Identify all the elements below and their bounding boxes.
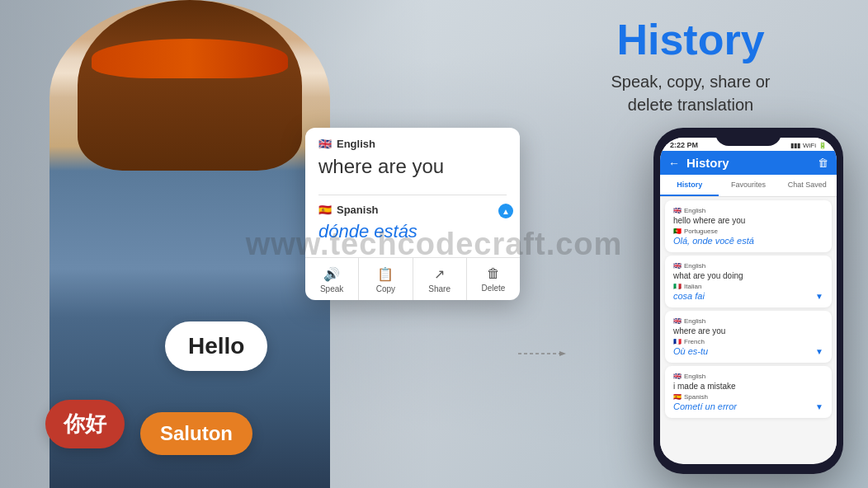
scroll-up-button[interactable]: ▲ bbox=[498, 204, 513, 218]
history-item: 🇬🇧 English what are you doing 🇮🇹 Italian… bbox=[665, 256, 832, 307]
item4-source-lang: 🇬🇧 English bbox=[673, 373, 823, 380]
share-button[interactable]: ↗ Share bbox=[413, 258, 467, 300]
item1-translated-text: Olá, onde você está bbox=[673, 236, 823, 246]
phone-time: 2:22 PM bbox=[670, 141, 698, 149]
source-text: where are you bbox=[318, 155, 507, 178]
share-icon: ↗ bbox=[434, 266, 445, 282]
uk-flag-icon: 🇬🇧 bbox=[673, 317, 682, 325]
item3-source-text: where are you bbox=[673, 326, 823, 336]
pt-flag-icon: 🇵🇹 bbox=[673, 228, 682, 235]
item3-translated-text: Où es-tu ▼ bbox=[673, 346, 823, 356]
connector-line bbox=[518, 346, 568, 361]
es-flag-icon: 🇪🇸 bbox=[673, 393, 682, 401]
fr-flag-icon: 🇫🇷 bbox=[673, 338, 682, 345]
tab-favourites[interactable]: Favourites bbox=[719, 175, 777, 196]
signal-icon: ▮▮▮ bbox=[790, 142, 800, 149]
dropdown-arrow-icon[interactable]: ▼ bbox=[815, 402, 823, 411]
it-flag-icon: 🇮🇹 bbox=[673, 283, 682, 290]
target-language: 🇪🇸 Spanish bbox=[318, 204, 507, 216]
panel-title: History bbox=[616, 16, 764, 63]
bubble-nihao: 你好 bbox=[45, 400, 125, 448]
history-item: 🇬🇧 English where are you 🇫🇷 French Où es… bbox=[665, 311, 832, 363]
dropdown-arrow-icon[interactable]: ▼ bbox=[815, 292, 823, 301]
card-source-section: 🇬🇧 English where are you bbox=[305, 128, 520, 195]
copy-icon: 📋 bbox=[377, 266, 394, 282]
source-language: 🇬🇧 English bbox=[318, 138, 507, 150]
svg-marker-1 bbox=[559, 351, 566, 356]
item4-translated-text: Cometí un error ▼ bbox=[673, 401, 823, 411]
uk-flag-icon: 🇬🇧 bbox=[318, 138, 332, 150]
battery-icon: 🔋 bbox=[818, 142, 827, 149]
history-item: 🇬🇧 English hello where are you 🇵🇹 Portug… bbox=[665, 200, 832, 252]
phone-notch bbox=[715, 128, 781, 146]
uk-flag-icon: 🇬🇧 bbox=[673, 373, 682, 380]
item1-source-lang: 🇬🇧 English bbox=[673, 207, 823, 214]
speaker-icon: 🔊 bbox=[323, 266, 340, 282]
uk-flag-icon: 🇬🇧 bbox=[673, 262, 682, 270]
translation-card: 🇬🇧 English where are you 🇪🇸 Spanish dónd… bbox=[305, 128, 520, 300]
history-list: 🇬🇧 English hello where are you 🇵🇹 Portug… bbox=[660, 197, 837, 458]
wifi-icon: WiFi bbox=[803, 142, 816, 149]
delete-label: Delete bbox=[481, 284, 505, 293]
item4-target-lang: 🇪🇸 Spanish bbox=[673, 393, 823, 401]
uk-flag-icon: 🇬🇧 bbox=[673, 207, 682, 214]
item3-source-lang: 🇬🇧 English bbox=[673, 317, 823, 325]
bubble-hello: Hello bbox=[165, 321, 267, 371]
card-actions-bar: 🔊 Speak 📋 Copy ↗ Share 🗑 Delete bbox=[305, 257, 520, 300]
back-icon[interactable]: ← bbox=[668, 157, 680, 170]
item1-target-lang: 🇵🇹 Portuguese bbox=[673, 228, 823, 235]
phone-mockup: 2:22 PM ▮▮▮ WiFi 🔋 ← History 🗑 History F… bbox=[653, 128, 843, 474]
delete-icon: 🗑 bbox=[487, 266, 500, 281]
item2-translated-text: cosa fai ▼ bbox=[673, 291, 823, 301]
phone-header-title: History bbox=[686, 156, 818, 170]
speak-button[interactable]: 🔊 Speak bbox=[305, 258, 359, 300]
status-icons: ▮▮▮ WiFi 🔋 bbox=[790, 142, 827, 149]
delete-button[interactable]: 🗑 Delete bbox=[467, 258, 520, 300]
copy-label: Copy bbox=[376, 284, 395, 293]
phone-tabs: History Favourites Chat Saved bbox=[660, 175, 837, 197]
tab-history[interactable]: History bbox=[660, 175, 719, 196]
item4-source-text: i made a mistake bbox=[673, 382, 823, 391]
translated-text: dónde estás bbox=[318, 221, 507, 242]
panel-subtitle: Speak, copy, share ordelete translation bbox=[611, 70, 770, 116]
phone-screen: 2:22 PM ▮▮▮ WiFi 🔋 ← History 🗑 History F… bbox=[660, 138, 837, 464]
item2-source-text: what are you doing bbox=[673, 271, 823, 280]
history-item: 🇬🇧 English i made a mistake 🇪🇸 Spanish C… bbox=[665, 366, 832, 418]
item1-source-text: hello where are you bbox=[673, 216, 823, 225]
item2-target-lang: 🇮🇹 Italian bbox=[673, 283, 823, 290]
copy-button[interactable]: 📋 Copy bbox=[359, 258, 413, 300]
dropdown-arrow-icon[interactable]: ▼ bbox=[815, 347, 823, 356]
trash-icon[interactable]: 🗑 bbox=[818, 157, 828, 169]
item2-source-lang: 🇬🇧 English bbox=[673, 262, 823, 270]
spain-flag-icon: 🇪🇸 bbox=[318, 204, 332, 216]
share-label: Share bbox=[428, 284, 451, 293]
tab-chat-saved[interactable]: Chat Saved bbox=[778, 175, 837, 196]
bubble-saluton: Saluton bbox=[140, 412, 252, 455]
item3-target-lang: 🇫🇷 French bbox=[673, 338, 823, 345]
speak-label: Speak bbox=[320, 284, 343, 293]
phone-app-header: ← History 🗑 bbox=[660, 151, 837, 175]
card-target-section: 🇪🇸 Spanish dónde estás ▲ bbox=[305, 195, 520, 251]
